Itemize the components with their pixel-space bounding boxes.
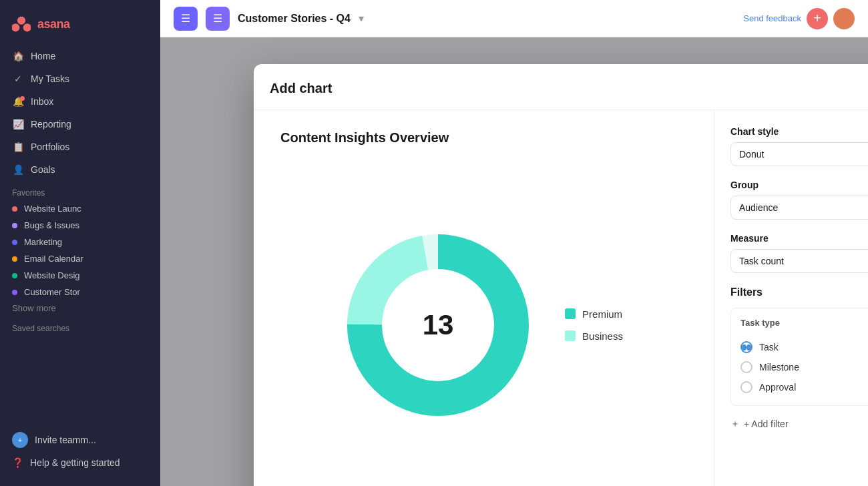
radio-approval[interactable]: Approval — [740, 377, 868, 397]
top-bar: ☰ ☰ Customer Stories - Q4 ▾ Send feedbac… — [160, 0, 868, 37]
goals-icon: 👤 — [12, 164, 24, 176]
filters-section: Filters Task type ✕ — [730, 286, 868, 433]
radio-task-indicator — [740, 341, 752, 353]
radio-milestone-indicator — [740, 361, 752, 373]
help-icon: ❓ — [12, 457, 23, 468]
settings-panel: Chart style Donut Bar Line G — [714, 110, 868, 486]
show-more-button[interactable]: Show more — [0, 300, 160, 316]
favorite-website-launch[interactable]: Website Launc — [5, 200, 155, 217]
filters-title: Filters — [730, 286, 868, 298]
favorite-email-calendar[interactable]: Email Calendar — [5, 250, 155, 267]
svg-point-1 — [12, 23, 19, 31]
help-button[interactable]: ❓ Help & getting started — [5, 453, 155, 473]
legend-color-business — [565, 330, 576, 341]
chart-container: 13 Premium Business — [280, 172, 687, 477]
task-type-filter-group: Task type ✕ Task — [730, 308, 868, 406]
saved-searches-label: Saved searches — [0, 316, 160, 336]
filter-group-header: Task type ✕ — [740, 316, 868, 329]
legend-item-premium: Premium — [565, 308, 623, 320]
favorite-website-design[interactable]: Website Desig — [5, 267, 155, 284]
sidebar: asana 🏠 Home ✓ My Tasks 🔔 Inbox 📈 Report… — [0, 0, 160, 486]
favorites-label: Favorites — [0, 180, 160, 200]
plus-icon: ＋ — [730, 418, 740, 430]
svg-point-0 — [17, 17, 25, 25]
logo: asana — [0, 8, 160, 45]
dot-icon — [12, 240, 17, 245]
chart-style-label: Chart style — [730, 126, 868, 137]
dot-icon — [12, 290, 17, 295]
add-button[interactable]: + — [807, 8, 828, 29]
radio-approval-indicator — [740, 381, 752, 393]
group-select-wrapper[interactable]: Audience Project Assignee — [730, 196, 868, 220]
notification-dot — [20, 96, 25, 101]
check-icon: ✓ — [12, 73, 24, 85]
svg-point-2 — [23, 23, 31, 31]
main-area: ☰ ☰ Customer Stories - Q4 ▾ Send feedbac… — [160, 0, 868, 486]
asana-logo-icon — [11, 13, 32, 35]
favorite-customer-stories[interactable]: Customer Stor — [5, 284, 155, 300]
invite-teammates-button[interactable]: + Invite teamm... — [5, 427, 155, 453]
chevron-icon: ▾ — [359, 12, 364, 25]
favorite-marketing[interactable]: Marketing — [5, 234, 155, 250]
sidebar-item-reporting[interactable]: 📈 Reporting — [5, 113, 155, 135]
portfolios-icon: 📋 — [12, 141, 24, 153]
project-icon: ☰ — [174, 7, 198, 31]
sidebar-item-portfolios[interactable]: 📋 Portfolios — [5, 136, 155, 158]
radio-task[interactable]: Task — [740, 337, 868, 357]
user-avatar[interactable] — [833, 8, 855, 29]
dot-icon — [12, 256, 17, 262]
sidebar-item-home[interactable]: 🏠 Home — [5, 45, 155, 67]
sidebar-nav: 🏠 Home ✓ My Tasks 🔔 Inbox 📈 Reporting 📋 … — [0, 45, 160, 180]
group-select[interactable]: Audience Project Assignee — [730, 196, 868, 220]
radio-milestone[interactable]: Milestone — [740, 357, 868, 377]
chart-style-select[interactable]: Donut Bar Line — [730, 142, 868, 166]
invite-icon: + — [12, 432, 28, 448]
legend-item-business: Business — [565, 330, 623, 342]
donut-center-value: 13 — [423, 309, 454, 341]
chart-preview-title: Content Insights Overview — [280, 130, 449, 146]
chart-style-select-wrapper[interactable]: Donut Bar Line — [730, 142, 868, 166]
measure-field: Measure Task count Completion rate — [730, 233, 868, 273]
favorite-bugs-issues[interactable]: Bugs & Issues — [5, 217, 155, 234]
sidebar-item-goals[interactable]: 👤 Goals — [5, 159, 155, 180]
sidebar-bottom: + Invite teamm... ❓ Help & getting start… — [0, 422, 160, 478]
legend-color-premium — [565, 308, 576, 319]
donut-chart: 13 — [345, 232, 531, 419]
sidebar-item-inbox[interactable]: 🔔 Inbox — [5, 91, 155, 112]
reporting-icon: 📈 — [12, 118, 24, 130]
dot-icon — [12, 273, 17, 278]
group-label: Group — [730, 180, 868, 190]
home-icon: 🏠 — [12, 50, 24, 62]
send-feedback-link[interactable]: Send feedback — [743, 13, 801, 23]
chart-legend: Premium Business — [565, 308, 623, 342]
top-bar-actions: Send feedback + — [743, 8, 855, 29]
modal-title: Add chart — [270, 81, 332, 96]
content-area: Add chart ••• ✕ Content Insights Overvie… — [160, 37, 868, 486]
measure-label: Measure — [730, 233, 868, 244]
task-type-label: Task type — [740, 318, 780, 328]
asana-logo-text: asana — [37, 17, 70, 31]
modal-body: Content Insights Overview — [254, 110, 868, 486]
add-chart-modal: Add chart ••• ✕ Content Insights Overvie… — [254, 64, 868, 486]
project-icon-2: ☰ — [206, 7, 230, 31]
measure-select-wrapper[interactable]: Task count Completion rate — [730, 249, 868, 273]
chart-style-field: Chart style Donut Bar Line — [730, 126, 868, 166]
project-title: Customer Stories - Q4 — [238, 13, 351, 25]
measure-select[interactable]: Task count Completion rate — [730, 249, 868, 273]
dot-icon — [12, 223, 17, 228]
add-filter-button[interactable]: ＋ + Add filter — [730, 415, 868, 433]
modal-header: Add chart ••• ✕ — [254, 64, 868, 110]
group-field: Group Audience Project Assignee — [730, 180, 868, 220]
sidebar-item-my-tasks[interactable]: ✓ My Tasks — [5, 68, 155, 89]
dot-icon — [12, 206, 17, 212]
favorites-list: Website Launc Bugs & Issues Marketing Em… — [0, 200, 160, 300]
chart-preview-area: Content Insights Overview — [254, 110, 714, 486]
